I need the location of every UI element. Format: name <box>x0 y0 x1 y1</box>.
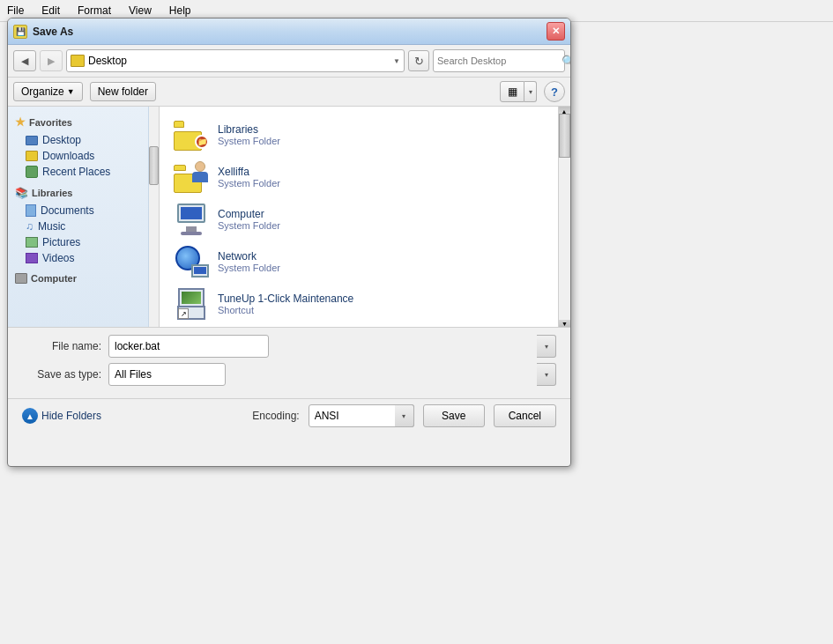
filename-label: File name: <box>22 340 101 352</box>
scroll-up-btn[interactable]: ▲ <box>559 107 570 114</box>
help-button[interactable]: ? <box>544 81 565 102</box>
savetype-row: Save as type: All FilesText Documents (*… <box>22 363 556 386</box>
file-name: TuneUp 1-Click Maintenance <box>218 292 544 305</box>
form-area: File name: ▾ Save as type: All FilesText… <box>8 327 570 398</box>
forward-button[interactable]: ▶ <box>40 50 63 71</box>
address-combo[interactable]: Desktop ▼ <box>66 49 405 72</box>
downloads-icon <box>26 151 38 161</box>
music-icon: ♫ <box>26 220 33 233</box>
back-button[interactable]: ◀ <box>13 50 36 71</box>
view-icon-button[interactable]: ▦ <box>500 81 524 102</box>
menu-file[interactable]: File <box>4 3 27 19</box>
file-name: Libraries <box>218 123 544 136</box>
refresh-button[interactable]: ↻ <box>408 50 429 71</box>
new-folder-button[interactable]: New folder <box>90 82 156 101</box>
pictures-icon <box>26 237 38 248</box>
file-name: Network <box>218 250 544 263</box>
encoding-select[interactable]: ANSIUnicodeUTF-8UTF-8 with BOMUnicode bi… <box>309 404 414 427</box>
footer-right: Encoding: ANSIUnicodeUTF-8UTF-8 with BOM… <box>252 404 556 427</box>
save-button[interactable]: Save <box>423 404 485 427</box>
menu-format[interactable]: Format <box>74 3 115 19</box>
libraries-label: Libraries <box>32 188 72 198</box>
toolbar: Organize ▼ New folder ▦ ▾ ? <box>8 78 570 107</box>
computer-icon <box>15 273 27 284</box>
menu-view[interactable]: View <box>125 3 155 19</box>
content-area: ★ Favorites Desktop Downloads Recent Pla… <box>8 107 570 327</box>
file-icon <box>174 161 209 193</box>
file-icon: 📁 <box>174 119 209 151</box>
favorites-label: Favorites <box>29 117 72 128</box>
nav-scrollbar-thumb <box>149 146 159 185</box>
savetype-select[interactable]: All FilesText Documents (*.txt)All Files… <box>108 363 226 386</box>
recent-label: Recent Places <box>42 166 110 178</box>
back-icon: ◀ <box>21 56 28 67</box>
computer-label: Computer <box>31 273 77 284</box>
view-dropdown-arrow[interactable]: ▾ <box>524 81 537 102</box>
organize-button[interactable]: Organize ▼ <box>13 82 83 101</box>
search-box[interactable]: 🔍 <box>433 49 565 72</box>
address-bar: ◀ ▶ Desktop ▼ ↻ 🔍 <box>8 45 570 78</box>
hide-folders-button[interactable]: ▲ Hide Folders <box>22 408 101 424</box>
list-item[interactable]: NetworkSystem Folder <box>167 241 551 283</box>
sidebar-item-videos[interactable]: Videos <box>8 250 148 266</box>
sidebar-item-music[interactable]: ♫ Music <box>8 218 148 234</box>
file-icon <box>174 204 209 235</box>
address-folder-icon <box>71 55 85 67</box>
sidebar-item-documents[interactable]: Documents <box>8 203 148 218</box>
desktop-label: Desktop <box>42 134 81 146</box>
address-dropdown-arrow[interactable]: ▼ <box>393 57 400 65</box>
nav-panel: ★ Favorites Desktop Downloads Recent Pla… <box>8 107 149 327</box>
filename-row: File name: ▾ <box>22 335 556 358</box>
file-list-scrollbar[interactable]: ▲ ▼ <box>558 107 570 327</box>
documents-label: Documents <box>41 204 94 217</box>
organize-label: Organize <box>21 85 64 98</box>
file-icon <box>174 246 209 278</box>
file-type: System Folder <box>218 263 544 273</box>
desktop-background: File Edit Format View Help 💾 Save As ✕ ◀ <box>0 0 833 644</box>
sidebar-item-desktop[interactable]: Desktop <box>8 132 148 148</box>
file-info: TuneUp 1-Click MaintenanceShortcut <box>218 292 544 315</box>
savetype-label: Save as type: <box>22 368 101 381</box>
desktop-icon <box>26 136 38 145</box>
sidebar-item-recent[interactable]: Recent Places <box>8 164 148 180</box>
forward-icon: ▶ <box>48 56 55 67</box>
menu-help[interactable]: Help <box>166 3 195 19</box>
scroll-down-btn[interactable]: ▼ <box>559 320 570 327</box>
dialog-icon: 💾 <box>13 25 27 39</box>
file-list: 📁 LibrariesSystem Folder XelliffaSystem … <box>160 107 558 327</box>
save-as-dialog: 💾 Save As ✕ ◀ ▶ Desktop ▼ ↻ 🔍 <box>7 18 571 467</box>
file-info: NetworkSystem Folder <box>218 250 544 273</box>
file-icon: ↗ <box>174 288 209 320</box>
file-type: System Folder <box>218 136 544 146</box>
savetype-dropdown-arrow: ▾ <box>537 363 556 386</box>
downloads-label: Downloads <box>42 150 94 162</box>
file-type: Shortcut <box>218 305 544 315</box>
file-type: System Folder <box>218 178 544 189</box>
encoding-select-wrapper: ANSIUnicodeUTF-8UTF-8 with BOMUnicode bi… <box>309 404 414 427</box>
music-label: Music <box>38 220 65 233</box>
sidebar-item-pictures[interactable]: Pictures <box>8 234 148 250</box>
sidebar-item-downloads[interactable]: Downloads <box>8 148 148 164</box>
cancel-button[interactable]: Cancel <box>494 404 556 427</box>
hide-folders-label: Hide Folders <box>41 410 101 422</box>
menu-edit[interactable]: Edit <box>38 3 63 19</box>
list-item[interactable]: XelliffaSystem Folder <box>167 156 551 198</box>
view-button-group: ▦ ▾ <box>500 81 537 102</box>
search-input[interactable] <box>437 56 559 66</box>
libraries-icon: 📚 <box>15 187 28 199</box>
filename-dropdown-arrow[interactable]: ▾ <box>537 335 556 358</box>
scrollbar-thumb <box>559 114 570 158</box>
pictures-label: Pictures <box>42 236 80 248</box>
list-item[interactable]: 📁 LibrariesSystem Folder <box>167 114 551 156</box>
favorites-star-icon: ★ <box>15 115 26 129</box>
list-item[interactable]: ComputerSystem Folder <box>167 198 551 241</box>
title-bar: 💾 Save As ✕ <box>8 19 570 45</box>
close-button[interactable]: ✕ <box>547 22 565 41</box>
videos-label: Videos <box>42 252 74 264</box>
encoding-label: Encoding: <box>252 410 299 422</box>
nav-scrollbar[interactable] <box>149 107 160 327</box>
footer-area: ▲ Hide Folders Encoding: ANSIUnicodeUTF-… <box>8 398 570 436</box>
file-type: System Folder <box>218 220 544 231</box>
list-item[interactable]: ↗ TuneUp 1-Click MaintenanceShortcut <box>167 283 551 325</box>
filename-input[interactable] <box>108 335 269 358</box>
